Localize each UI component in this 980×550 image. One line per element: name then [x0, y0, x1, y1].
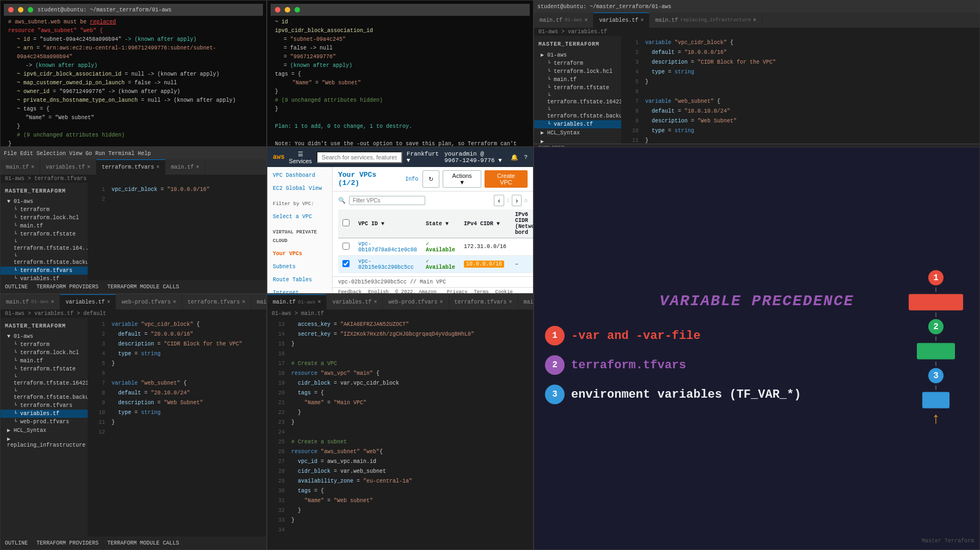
aws-search-input[interactable]: [316, 151, 402, 163]
sidebar-bot-replacing[interactable]: ▶ replacing_infrastructure: [1, 435, 88, 449]
sidebar-bot-01aws[interactable]: ▼ 01-aws: [1, 332, 88, 341]
sidebar-mid-01aws[interactable]: ▼ 01-aws: [1, 197, 88, 206]
sidebar-file-main[interactable]: └ main.tf: [534, 76, 621, 84]
row1-checkbox[interactable]: [342, 243, 350, 250]
tab-bot-variables[interactable]: variables.tf ×: [60, 294, 116, 310]
sidebar-bot-tfvars-file[interactable]: └ terraform.tfvars: [1, 401, 88, 410]
min-btn[interactable]: [18, 7, 23, 13]
sidebar-mid-variables[interactable]: └ variables.tf: [1, 275, 88, 280]
settings-icon[interactable]: ⚙: [524, 197, 528, 204]
max-btn[interactable]: [295, 7, 300, 13]
terminal-mid-content: ~ id ipv6_cidr_block_association_id = "s…: [271, 16, 530, 147]
sidebar-file-tfstate2[interactable]: └ terraform.tfstate.16423352...: [534, 92, 621, 106]
sidebar-mid-terraform[interactable]: └ terraform: [1, 206, 88, 214]
tab-main-replacing[interactable]: main.tf replacing_infrastructure ×: [650, 13, 762, 28]
cookie-link[interactable]: Cookie preferen...: [495, 289, 528, 293]
vscode-mid-container: File Edit Selection View Go Run Terminal…: [1, 147, 266, 293]
privacy-link[interactable]: Privacy: [447, 289, 468, 293]
sidebar-bot-backup[interactable]: └ terraform.tfstate.backup: [1, 387, 88, 401]
sidebar-folder-hcl[interactable]: ▶ HCL_Syntax: [534, 128, 621, 137]
row2-vpc-id[interactable]: vpc-02b15e93c290bc5cc: [354, 256, 421, 273]
sidebar-folder-01aws[interactable]: ▶ 01-aws: [534, 51, 621, 59]
sidebar-bot-terraform[interactable]: └ terraform: [1, 341, 88, 349]
tab-botmid-main2[interactable]: main.tf replacing ×: [518, 294, 533, 310]
terminal-titlebar: student@ubuntu: ~/master_terraform/01-aw…: [4, 4, 263, 16]
row2-checkbox[interactable]: [342, 260, 350, 267]
aws-account[interactable]: youradmin @ 9967-1249-9776 ▼: [444, 151, 505, 164]
vpc-row-2[interactable]: vpc-02b15e93c290bc5cc ✓ Available 10.0.0…: [338, 256, 533, 273]
sidebar-file-backup[interactable]: └ terraform.tfstate.backup: [534, 106, 621, 120]
tab-botmid-tfvars[interactable]: terraform.tfvars ×: [449, 294, 518, 310]
create-vpc-btn[interactable]: Create VPC: [485, 170, 528, 188]
tab-mid-tfvars[interactable]: terraform.tfvars ×: [96, 159, 166, 175]
tab-bot-main2[interactable]: main.tf replacing_infrastructure ×: [252, 294, 266, 310]
vscode-bot-mid-container: main.tf 01-aws × variables.tf × web-prod…: [267, 294, 533, 549]
sidebar-file-tfstate[interactable]: └ terraform.tfstate: [534, 84, 621, 92]
sidebar-bot-tfstate2[interactable]: └ terraform.tfstate.16423352...: [1, 373, 88, 387]
feedback-link[interactable]: Feedback: [338, 289, 362, 293]
sidebar-bot-main[interactable]: └ main.tf: [1, 357, 88, 365]
filter-input[interactable]: [349, 196, 425, 205]
vpc-section-label: VIRTUAL PRIVATE CLOUD: [267, 224, 332, 248]
tab-botmid-webprod[interactable]: web-prod.tfvars ×: [383, 294, 449, 310]
sidebar-mid-main[interactable]: └ main.tf: [1, 222, 88, 230]
close-btn[interactable]: [275, 7, 280, 13]
max-btn[interactable]: [28, 7, 33, 13]
min-btn[interactable]: [285, 7, 290, 13]
language-select[interactable]: English (US) ▼: [368, 289, 389, 293]
sidebar-file-terraform[interactable]: └ terraform: [534, 59, 621, 67]
tab-mid-main[interactable]: main.tf ×: [1, 159, 40, 175]
sidebar-bot-variables[interactable]: └ variables.tf: [1, 410, 88, 418]
tab-bot-main[interactable]: main.tf 01-aws ×: [1, 294, 60, 310]
close-btn[interactable]: [8, 7, 14, 13]
sidebar-file-lock[interactable]: └ terraform.lock.hcl: [534, 67, 621, 76]
aws-region[interactable]: Frankfurt ▼: [407, 151, 439, 164]
vpc-row-1[interactable]: vpc-0b107d78a84c1e0c08 ✓ Available 172.3…: [338, 238, 533, 256]
subnets-link[interactable]: Subnets: [267, 261, 332, 274]
arrow-connector-4: [935, 361, 936, 366]
tab-bot-tfvars[interactable]: terraform.tfvars ×: [182, 294, 252, 310]
tab-mid-variables[interactable]: variables.tf ×: [40, 159, 96, 175]
sidebar-mid-lock[interactable]: └ terraform.lock.hcl: [1, 214, 88, 222]
row1-vpc-id[interactable]: vpc-0b107d78a84c1e0c08: [354, 238, 421, 256]
your-vpcs-link[interactable]: Your VPCs: [267, 248, 332, 261]
sidebar-file-variables[interactable]: └ variables.tf: [534, 120, 621, 128]
editor-botmid-line-18: 18resource "aws_vpc" "main" {: [267, 369, 533, 379]
editor-botmid-line-24: 24: [267, 428, 533, 437]
sidebar-mid-tfstate2[interactable]: └ terraform.tfstate.164...: [1, 238, 88, 252]
sidebar-bot-hcl[interactable]: ▶ HCL_Syntax: [1, 426, 88, 435]
route-tables-link[interactable]: Route Tables: [267, 274, 332, 287]
tab-bot-webprod[interactable]: web-prod.tfvars ×: [116, 294, 182, 310]
tab-botmid-variables[interactable]: variables.tf ×: [327, 294, 383, 310]
terms-link[interactable]: Terms: [474, 289, 489, 293]
tab-main-tf[interactable]: main.tf 01-aws ×: [534, 13, 593, 28]
sidebar-mid-tfvars-file[interactable]: └ terraform.tfvars: [1, 267, 88, 275]
editor-line-3: 3 description = "CIDR Block for the VPC": [621, 58, 979, 67]
tab-botmid-main[interactable]: main.tf 01-aws ×: [267, 294, 327, 310]
aws-bell-icon[interactable]: 🔔: [511, 154, 518, 161]
sidebar-bot-webprod[interactable]: └ web-prod.tfvars: [1, 418, 88, 426]
next-page-btn[interactable]: ›: [512, 195, 522, 206]
select-all-checkbox[interactable]: [342, 219, 350, 226]
aws-header: aws ☰ Services Frankfurt ▼ youradmin @ 9…: [267, 147, 533, 167]
info-link[interactable]: Info: [405, 176, 418, 182]
sidebar-mid-backup[interactable]: └ terraform.tfstate.backup: [1, 252, 88, 267]
internet-gateways-link[interactable]: Internet Gateways: [267, 287, 332, 293]
sidebar-bot-lock[interactable]: └ terraform.lock.hcl: [1, 349, 88, 357]
refresh-btn[interactable]: ↻: [422, 170, 439, 188]
select-vpc-link[interactable]: Select a VPC: [267, 211, 332, 224]
sidebar-bot-tfstate[interactable]: └ terraform.tfstate: [1, 365, 88, 373]
editor-line-5: 5}: [621, 77, 979, 87]
vscode-bot-main: MASTER_TERRAFORM ▼ 01-aws └ terraform └ …: [1, 318, 266, 536]
sidebar-folder-replacing[interactable]: ▶ replacing_infrastructure: [534, 137, 621, 144]
vpc-dashboard-link[interactable]: VPC Dashboard: [267, 169, 332, 182]
aws-services-btn[interactable]: ☰ Services: [289, 151, 312, 164]
prev-page-btn[interactable]: ‹: [494, 195, 504, 206]
var-prec-label-3: environment variables (TF_VAR_*): [571, 388, 801, 401]
tab-mid-main2[interactable]: main.tf ×: [166, 159, 205, 175]
tab-variables-tf[interactable]: variables.tf ×: [593, 13, 650, 28]
actions-btn[interactable]: Actions ▼: [443, 170, 481, 188]
sidebar-mid-tfstate[interactable]: └ terraform.tfstate: [1, 230, 88, 238]
ec2-global-link[interactable]: EC2 Global View: [267, 182, 332, 195]
aws-support-icon[interactable]: ?: [524, 154, 528, 160]
